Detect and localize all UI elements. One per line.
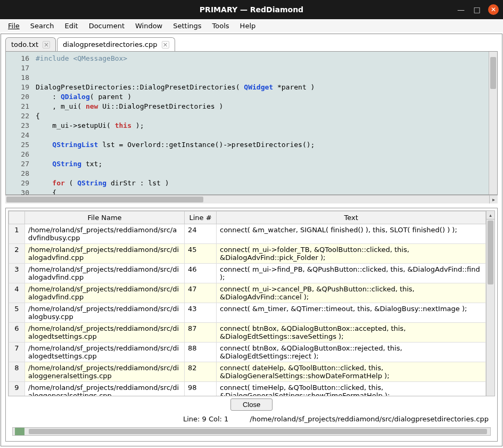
cell-file: /home/roland/sf_projects/reddiamond/src/… [25,362,185,382]
close-icon[interactable]: × [162,41,169,48]
row-header-blank [9,211,25,224]
cell-text: connect( &m_timer, &QTimer::timeout, thi… [217,303,486,323]
maximize-button[interactable]: □ [472,5,482,14]
tab-label: todo.txt [11,40,38,48]
cell-text: connect( dateHelp, &QToolButton::clicked… [217,362,486,382]
scrollbar-accent [15,428,24,435]
bottom-horizontal-scrollbar[interactable] [12,427,491,436]
table-row[interactable]: 8/home/roland/sf_projects/reddiamond/src… [9,362,486,382]
results-table: File Name Line # Text 1/home/roland/sf_p… [9,211,486,396]
table-row[interactable]: 4/home/roland/sf_projects/reddiamond/src… [9,283,486,303]
close-icon[interactable]: × [43,41,50,48]
cell-line: 98 [185,382,217,397]
menu-document[interactable]: Document [84,20,129,31]
cell-text: connect( btnBox, &QDialogButtonBox::reje… [217,343,486,362]
col-header-file[interactable]: File Name [25,211,185,224]
cell-line: 43 [185,303,217,323]
row-number: 1 [9,224,25,244]
scrollbar-thumb[interactable] [488,221,493,284]
cell-line: 47 [185,283,217,303]
cell-line: 46 [185,264,217,283]
row-number: 2 [9,244,25,264]
cell-file: /home/roland/sf_projects/reddiamond/src/… [25,303,185,323]
tab-dialogpresetdirectories[interactable]: dialogpresetdirectories.cpp × [57,37,175,51]
minimize-button[interactable]: — [456,5,466,14]
cell-text: connect( timeHelp, &QToolButton::clicked… [217,382,486,397]
table-row[interactable]: 9/home/roland/sf_projects/reddiamond/src… [9,382,486,397]
tab-todo[interactable]: todo.txt × [5,37,56,51]
window-title: PRIMARY — RedDiamond [200,5,303,14]
row-number: 6 [9,323,25,343]
cell-file: /home/roland/sf_projects/reddiamond/src/… [25,382,185,397]
search-results-panel: File Name Line # Text 1/home/roland/sf_p… [5,208,498,442]
cell-file: /home/roland/sf_projects/reddiamond/src/… [25,323,185,343]
menu-tools[interactable]: Tools [208,20,234,31]
cell-text: connect( m_ui->cancel_PB, &QPushButton::… [217,283,486,303]
menu-file[interactable]: File [3,20,24,31]
titlebar: PRIMARY — RedDiamond — □ ✕ [0,0,503,19]
editor-horizontal-scrollbar[interactable]: ▸ [5,195,498,203]
table-row[interactable]: 2/home/roland/sf_projects/reddiamond/src… [9,244,486,264]
menu-help[interactable]: Help [235,20,261,31]
chevron-right-icon[interactable]: ▸ [489,196,498,203]
col-header-text[interactable]: Text [217,211,486,224]
cell-line: 45 [185,244,217,264]
table-row[interactable]: 3/home/roland/sf_projects/reddiamond/src… [9,264,486,283]
scrollbar-thumb[interactable] [490,57,496,89]
table-vertical-scrollbar[interactable]: ▴ [486,211,494,396]
row-number: 5 [9,303,25,323]
cell-text: connect( m_ui->find_PB, &QPushButton::cl… [217,264,486,283]
cell-file: /home/roland/sf_projects/reddiamond/src/… [25,224,185,244]
cursor-position: Line: 9 Col: 1 [183,415,228,423]
code-area[interactable]: #include <QMessageBox> DialogPresetDirec… [32,52,489,194]
menu-edit[interactable]: Edit [60,20,83,31]
cell-text: connect( m_ui->folder_TB, &QToolButton::… [217,244,486,264]
cell-line: 24 [185,224,217,244]
row-number: 9 [9,382,25,397]
row-number: 3 [9,264,25,283]
tabs-bar: todo.txt × dialogpresetdirectories.cpp × [1,34,502,51]
row-number: 4 [9,283,25,303]
statusbar: Line: 9 Col: 1 /home/roland/sf_projects/… [8,412,495,425]
table-row[interactable]: 1/home/roland/sf_projects/reddiamond/src… [9,224,486,244]
cell-text: connect( &m_watcher, SIGNAL( finished() … [217,224,486,244]
table-row[interactable]: 5/home/roland/sf_projects/reddiamond/src… [9,303,486,323]
editor-vertical-scrollbar[interactable] [489,52,497,194]
table-row[interactable]: 6/home/roland/sf_projects/reddiamond/src… [9,323,486,343]
row-number: 7 [9,343,25,362]
close-button[interactable]: Close [230,398,273,411]
scrollbar-thumb[interactable] [29,429,487,434]
cell-file: /home/roland/sf_projects/reddiamond/src/… [25,343,185,362]
row-number: 8 [9,362,25,382]
code-editor[interactable]: 161718192021222324252627282930 #include … [5,51,498,195]
cell-file: /home/roland/sf_projects/reddiamond/src/… [25,244,185,264]
file-path: /home/roland/sf_projects/reddiamond/src/… [250,415,489,423]
cell-line: 87 [185,323,217,343]
table-row[interactable]: 7/home/roland/sf_projects/reddiamond/src… [9,343,486,362]
chevron-up-icon[interactable]: ▴ [486,211,494,219]
cell-file: /home/roland/sf_projects/reddiamond/src/… [25,283,185,303]
cell-text: connect( btnBox, &QDialogButtonBox::acce… [217,323,486,343]
cell-line: 88 [185,343,217,362]
tab-label: dialogpresetdirectories.cpp [63,40,157,48]
scrollbar-thumb[interactable] [6,197,203,202]
menubar: File Search Edit Document Window Setting… [0,19,503,33]
close-window-button[interactable]: ✕ [488,4,499,15]
line-gutter: 161718192021222324252627282930 [6,52,32,194]
menu-settings[interactable]: Settings [168,20,206,31]
menu-window[interactable]: Window [130,20,167,31]
col-header-line[interactable]: Line # [185,211,217,224]
cell-file: /home/roland/sf_projects/reddiamond/src/… [25,264,185,283]
menu-search[interactable]: Search [26,20,59,31]
cell-line: 82 [185,362,217,382]
